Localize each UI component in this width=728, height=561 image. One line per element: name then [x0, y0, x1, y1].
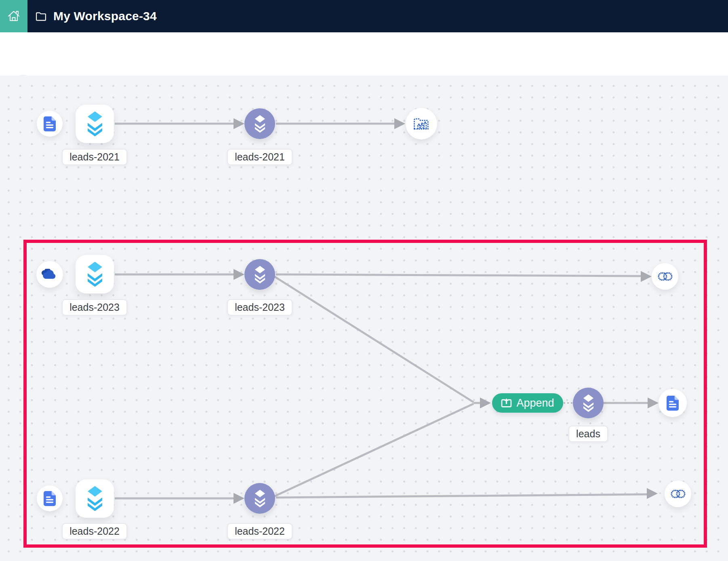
dataset-card-leads-2022[interactable] [76, 479, 114, 518]
dataset-card-label: leads-2023 [62, 299, 127, 316]
append-tray-icon [501, 398, 512, 408]
dataset-card-label: leads-2021 [62, 149, 127, 165]
transform-node-label: leads-2023 [227, 299, 292, 316]
transform-node-leads-2021[interactable] [244, 108, 275, 139]
transform-node-label: leads-2022 [227, 523, 292, 540]
home-icon [7, 9, 21, 23]
layers-icon [252, 114, 268, 133]
report-output-node[interactable] [406, 108, 437, 139]
pipeline-toolbar: My pipeline-2 [0, 32, 728, 76]
document-icon [44, 491, 56, 506]
source-file-node[interactable] [37, 485, 63, 511]
transform-node-leads[interactable] [573, 388, 604, 418]
source-cloud-node[interactable] [36, 261, 63, 288]
document-output-node[interactable] [659, 389, 687, 417]
cloud-icon [42, 269, 58, 280]
document-icon [44, 116, 56, 131]
layers-icon [83, 261, 107, 288]
dataset-card-leads-2023[interactable] [76, 255, 114, 293]
crm-output-node[interactable] [665, 481, 691, 507]
top-bar: My Workspace-34 [0, 0, 728, 32]
document-icon [667, 396, 679, 411]
append-label: Append [516, 397, 554, 409]
pipeline-canvas[interactable]: leads-2021 leads-2021 leads-2023 leads-2… [0, 76, 728, 561]
source-file-node[interactable] [37, 111, 63, 137]
home-button[interactable] [0, 0, 27, 32]
layers-icon [83, 110, 107, 137]
transform-node-leads-2023[interactable] [244, 259, 275, 290]
layers-icon [580, 394, 597, 413]
dataset-card-leads-2021[interactable] [76, 105, 114, 143]
layers-icon [252, 265, 268, 284]
folder-chart-icon [413, 117, 429, 131]
transform-node-label: leads-2021 [227, 149, 292, 165]
append-transform-node[interactable]: Append [492, 393, 563, 413]
layers-icon [252, 489, 268, 508]
link-rings-icon [671, 489, 686, 498]
transform-node-label: leads [568, 426, 608, 442]
transform-node-leads-2022[interactable] [244, 483, 275, 514]
link-rings-icon [658, 272, 673, 281]
dataset-card-label: leads-2022 [62, 523, 127, 540]
layers-icon [83, 485, 107, 512]
workspace-title: My Workspace-34 [53, 9, 157, 23]
crm-output-node[interactable] [652, 263, 678, 290]
workspace-folder-icon [36, 12, 46, 21]
